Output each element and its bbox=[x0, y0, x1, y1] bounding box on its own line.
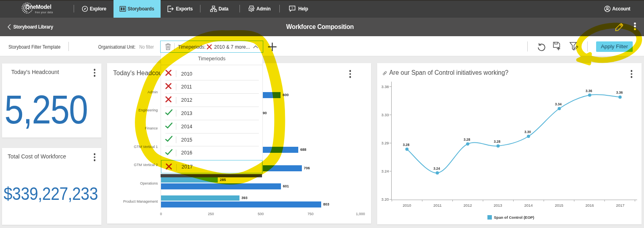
svg-text:3.28: 3.28 bbox=[494, 140, 501, 144]
svg-text:3.33: 3.33 bbox=[382, 113, 389, 117]
svg-text:?: ? bbox=[291, 6, 293, 10]
svg-text:2016: 2016 bbox=[585, 203, 594, 207]
svg-text:3.30: 3.30 bbox=[524, 130, 531, 134]
svg-text:3.36: 3.36 bbox=[616, 90, 623, 94]
svg-text:2010: 2010 bbox=[402, 203, 411, 207]
svg-text:Span of Control (EOP): Span of Control (EOP) bbox=[494, 215, 534, 220]
svg-text:2017: 2017 bbox=[616, 203, 624, 207]
svg-text:3.29: 3.29 bbox=[382, 141, 389, 145]
svg-text:3.38: 3.38 bbox=[382, 84, 389, 89]
svg-text:3.24: 3.24 bbox=[433, 166, 440, 170]
svg-text:3.20: 3.20 bbox=[382, 197, 389, 201]
svg-text:3.34: 3.34 bbox=[555, 102, 562, 106]
svg-text:2015: 2015 bbox=[555, 203, 563, 207]
svg-text:2014: 2014 bbox=[524, 203, 533, 207]
svg-text:3.28: 3.28 bbox=[403, 143, 410, 147]
svg-text:3.36: 3.36 bbox=[586, 89, 592, 93]
svg-text:3.24: 3.24 bbox=[382, 169, 389, 173]
svg-text:3.28: 3.28 bbox=[464, 138, 471, 142]
svg-text:2013: 2013 bbox=[493, 203, 502, 207]
svg-text:2011: 2011 bbox=[433, 203, 442, 207]
svg-text:2012: 2012 bbox=[463, 203, 472, 207]
